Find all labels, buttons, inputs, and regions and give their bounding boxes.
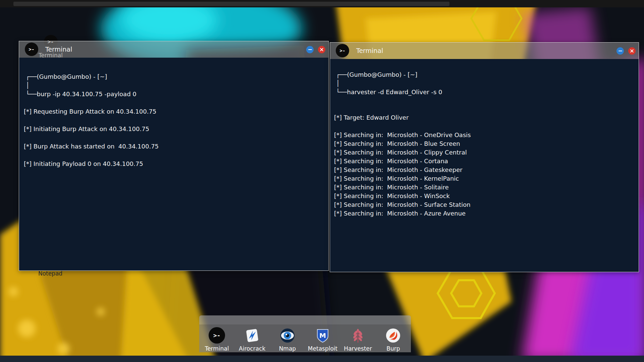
dock-item-airocrack[interactable]: Airocrack <box>236 327 268 352</box>
airocrack-icon <box>244 327 260 344</box>
terminal-glyph: >- <box>29 47 35 52</box>
minimize-icon <box>308 49 312 50</box>
terminal-output-line: [*] Searching in: Microsloth - Blue Scre… <box>334 139 634 148</box>
desktop-icon-label: Notepad <box>38 270 62 277</box>
terminal-output-line: [*] Initiating Payload 0 on 40.34.100.75 <box>24 160 322 168</box>
terminal-output-line: [*] Searching in: Microsloth - Azure Ave… <box>334 209 634 218</box>
terminal-glyph: >- <box>340 48 345 53</box>
close-icon <box>320 48 324 52</box>
dock: >- Terminal Airocrack <box>199 315 411 352</box>
terminal-output-line: [*] Searching in: Microsloth - Clippy Ce… <box>334 148 634 157</box>
terminal-glyph: >- <box>213 332 221 339</box>
dock-item-label: Burp <box>386 345 400 352</box>
dock-item-label: Metasploit <box>308 345 337 352</box>
prompt-block: ┌──(Gumbo@Gumbo) - [~] │ └──burp -ip 40.… <box>24 72 322 99</box>
dock-item-terminal[interactable]: >- Terminal <box>201 327 233 352</box>
prompt-line: ┌──(Gumbo@Gumbo) - [~] <box>336 70 634 79</box>
dock-item-label: Harvester <box>344 345 372 352</box>
terminal-output-line: [*] Searching in: Microsloth - WinSock <box>334 192 634 200</box>
close-button[interactable] <box>318 46 325 53</box>
terminal-icon: >- <box>25 43 38 56</box>
window-titlebar[interactable]: >- Terminal <box>19 41 328 58</box>
dock-item-label: Nmap <box>279 345 296 352</box>
dock-item-burp[interactable]: Burp <box>377 327 409 352</box>
close-button[interactable] <box>628 47 636 55</box>
minimize-button[interactable] <box>616 47 624 55</box>
dock-item-metasploit[interactable]: M Metasploit <box>307 327 339 352</box>
window-title: Terminal <box>356 47 383 54</box>
terminal-output-line: [*] Searching in: Microsloth - Surface S… <box>334 200 634 209</box>
terminal-output-line: [*] Searching in: Microsloth - OneDrive … <box>334 131 634 139</box>
output-block: [*] Searching in: Microsloth - OneDrive … <box>334 131 634 218</box>
nmap-icon <box>279 327 296 344</box>
desktop: >- Terminal Notepad >- Terminal ┌──(Gumb… <box>0 0 644 362</box>
terminal-window-harvester: >- Terminal ┌──(Gumbo@Gumbo) - [~] │ └──… <box>330 42 639 272</box>
terminal-output-line: [*] Target: Edward Oliver <box>334 113 634 122</box>
metasploit-letter: M <box>319 331 326 340</box>
terminal-output-area[interactable]: ┌──(Gumbo@Gumbo) - [~] │ └──burp -ip 40.… <box>19 58 328 270</box>
terminal-output-line: [*] Searching in: Microsloth - Cortana <box>334 157 634 166</box>
terminal-output-line: [*] Searching in: Microsloth - KernelPan… <box>334 174 634 183</box>
output-block: [*] Requesting Burp Attack on 40.34.100.… <box>24 107 322 168</box>
prompt-line: └──burp -ip 40.34.100.75 -payload 0 <box>26 90 322 99</box>
top-bar <box>0 0 644 7</box>
terminal-output-area[interactable]: ┌──(Gumbo@Gumbo) - [~] │ └──harvester -d… <box>330 59 639 272</box>
burp-icon <box>385 327 401 344</box>
minimize-button[interactable] <box>306 46 314 53</box>
terminal-window-burp: >- Terminal ┌──(Gumbo@Gumbo) - [~] │ └──… <box>19 41 329 271</box>
terminal-output-line: [*] Initiating Burp Attack on 40.34.100.… <box>24 125 322 133</box>
prompt-line: │ <box>26 81 322 90</box>
metasploit-icon: M <box>315 327 331 344</box>
top-bar-inset <box>13 2 449 6</box>
terminal-output-line: [*] Searching in: Microsloth - Solitaire <box>334 183 634 192</box>
close-icon <box>630 49 634 53</box>
prompt-line: └──harvester -d Edward_Oliver -s 0 <box>336 88 634 97</box>
prompt-block: ┌──(Gumbo@Gumbo) - [~] │ └──harvester -d… <box>334 70 634 97</box>
dock-item-nmap[interactable]: Nmap <box>271 327 304 352</box>
prompt-line: ┌──(Gumbo@Gumbo) - [~] <box>26 72 322 81</box>
window-title: Terminal <box>45 46 72 53</box>
terminal-icon: >- <box>336 44 349 57</box>
bottom-strip <box>0 356 644 362</box>
minimize-icon <box>619 51 622 51</box>
terminal-icon: >- <box>209 327 225 344</box>
terminal-output-line: [*] Requesting Burp Attack on 40.34.100.… <box>24 107 322 116</box>
dock-item-harvester[interactable]: Harvester <box>342 327 374 352</box>
dock-handle[interactable] <box>199 315 411 324</box>
terminal-output-line: [*] Searching in: Microsloth - Gateskeep… <box>334 166 634 174</box>
dock-item-label: Terminal <box>205 345 229 352</box>
desktop-icon-notepad[interactable]: Notepad <box>35 270 65 277</box>
dock-item-label: Airocrack <box>239 345 265 352</box>
dock-items: >- Terminal Airocrack <box>199 324 411 352</box>
terminal-output-line: [*] Burp Attack has started on 40.34.100… <box>24 142 322 151</box>
prompt-line: │ <box>336 79 634 88</box>
harvester-icon <box>350 327 366 344</box>
window-titlebar[interactable]: >- Terminal <box>330 43 639 59</box>
